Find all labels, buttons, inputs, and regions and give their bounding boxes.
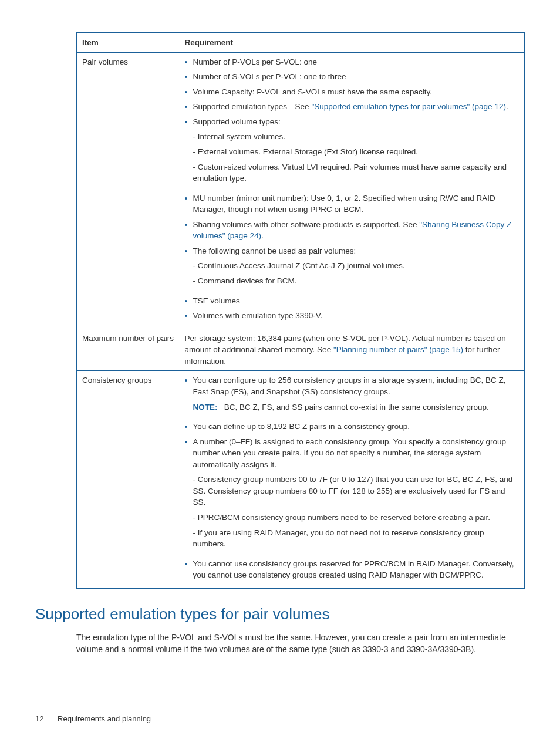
row-pair-volumes: Pair volumes Number of P-VOLs per S-VOL:… [77, 52, 524, 329]
cell-item-pair-volumes: Pair volumes [77, 52, 180, 329]
page-number: 12 [35, 714, 43, 723]
link-emulation-types[interactable]: "Supported emulation types for pair volu… [311, 102, 506, 111]
bullet-sharing: Sharing volumes with other software prod… [185, 219, 519, 242]
chapter-title: Requirements and planning [58, 714, 151, 723]
sub-external: - External volumes. External Storage (Ex… [185, 146, 519, 158]
text-sharing-post: . [261, 231, 264, 240]
note-line: NOTE: BC, BC Z, FS, and SS pairs cannot … [185, 401, 519, 413]
header-requirement: Requirement [180, 33, 524, 52]
bullet-pvol-per-svol: Number of P-VOLs per S-VOL: one [185, 56, 519, 68]
sub-internal: - Internal system volumes. [185, 131, 519, 143]
sub-cg-raid: - If you are using RAID Manager, you do … [185, 527, 519, 550]
sub-custom: - Custom-sized volumes. Virtual LVI requ… [185, 161, 519, 184]
sub-cg-range: - Consistency group numbers 00 to 7F (or… [185, 474, 519, 508]
section-paragraph: The emulation type of the P-VOL and S-VO… [76, 632, 525, 656]
header-item: Item [77, 33, 180, 52]
bullet-sup-vol-types: Supported volume types: [185, 116, 519, 128]
section-heading: Supported emulation types for pair volum… [35, 603, 525, 626]
bullet-emulation-types: Supported emulation types—See "Supported… [185, 101, 519, 113]
text-emu-post: . [506, 102, 508, 111]
cell-item-consistency: Consistency groups [77, 371, 180, 589]
text-emu-pre: Supported emulation types—See [193, 102, 312, 111]
cell-req-consistency: You can configure up to 256 consistency … [180, 371, 524, 589]
bullet-cg-256: You can configure up to 256 consistency … [185, 374, 519, 397]
page-footer: 12 Requirements and planning [35, 714, 151, 725]
cell-item-max-pairs: Maximum number of pairs [77, 329, 180, 371]
note-label: NOTE: [193, 403, 218, 411]
bullet-svol-per-pvol: Number of S-VOLs per P-VOL: one to three [185, 71, 519, 83]
sub-cmd: - Command devices for BCM. [185, 275, 519, 287]
bullet-cg-8192: You can define up to 8,192 BC Z pairs in… [185, 421, 519, 433]
cell-req-max-pairs: Per storage system: 16,384 pairs (when o… [180, 329, 524, 371]
cell-req-pair-volumes: Number of P-VOLs per S-VOL: one Number o… [180, 52, 524, 329]
bullet-cg-number: A number (0–FF) is assigned to each cons… [185, 436, 519, 471]
bullet-mu-number: MU number (mirror unit number): Use 0, 1… [185, 193, 519, 215]
bullet-tse: TSE volumes [185, 295, 519, 307]
link-planning-pairs[interactable]: "Planning number of pairs" (page 15) [333, 345, 463, 354]
bullet-cannot-pair: The following cannot be used as pair vol… [185, 245, 519, 257]
note-text: BC, BC Z, FS, and SS pairs cannot co-exi… [224, 403, 489, 411]
row-consistency: Consistency groups You can configure up … [77, 371, 524, 589]
bullet-cg-reserved: You cannot use consistency groups reserv… [185, 558, 519, 581]
text-sharing-pre: Sharing volumes with other software prod… [193, 220, 420, 229]
sub-cajz: - Continuous Access Journal Z (Cnt Ac-J … [185, 260, 519, 272]
bullet-3390v: Volumes with emulation type 3390-V. [185, 310, 519, 322]
sub-cg-pprc: - PPRC/BCM consistency group numbers nee… [185, 512, 519, 524]
requirements-table: Item Requirement Pair volumes Number of … [76, 32, 525, 589]
row-max-pairs: Maximum number of pairs Per storage syst… [77, 329, 524, 371]
bullet-vol-capacity: Volume Capacity: P-VOL and S-VOLs must h… [185, 86, 519, 98]
